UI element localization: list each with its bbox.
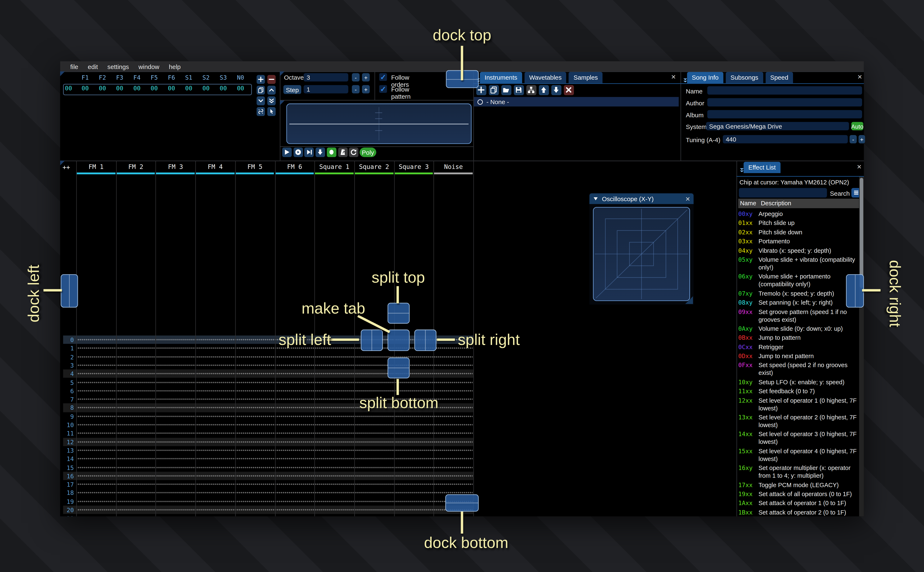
effect-row[interactable]: 16xySet operator multiplier (x: operator… xyxy=(738,464,859,480)
move-order-down-button[interactable] xyxy=(257,96,265,106)
effect-row[interactable]: 05xyVolume slide + vibrato (compatibilit… xyxy=(738,256,859,271)
channel-header-fm-4[interactable]: FM 4 xyxy=(207,163,223,170)
menu-item-edit[interactable]: edit xyxy=(83,63,103,70)
instrument-list-item[interactable]: - None - xyxy=(474,97,679,107)
tuning-decrease-button[interactable]: - xyxy=(849,135,857,143)
pattern-options-button[interactable]: ++ xyxy=(62,163,70,171)
author-input[interactable] xyxy=(707,98,862,106)
channel-header-square-2[interactable]: Square 2 xyxy=(359,163,389,170)
system-input[interactable]: Sega Genesis/Mega Drive xyxy=(706,122,849,130)
channel-header-fm-1[interactable]: FM 1 xyxy=(89,163,104,170)
add-order-button[interactable] xyxy=(257,75,265,84)
metronome-button[interactable] xyxy=(338,148,347,157)
delete-instrument-button[interactable] xyxy=(564,85,574,95)
effect-row[interactable]: 07xyTremolo (x: speed; y: depth) xyxy=(738,289,859,297)
close-icon[interactable]: ✕ xyxy=(857,74,862,80)
tab-effect-list[interactable]: Effect List xyxy=(744,162,781,173)
effect-row[interactable]: 15xxSet level of operator 4 (0 highest, … xyxy=(738,447,859,463)
order-change-mode-button[interactable] xyxy=(267,107,276,116)
order-cell[interactable]: 00 xyxy=(82,85,89,92)
duplicate-end-button[interactable] xyxy=(267,96,276,106)
order-cell[interactable]: 00 xyxy=(237,85,244,92)
poly-button[interactable]: Poly xyxy=(360,148,376,157)
name-input[interactable] xyxy=(707,86,862,95)
resize-grip[interactable] xyxy=(685,296,693,304)
step-decrease-button[interactable]: - xyxy=(352,85,360,93)
play-one-row-button[interactable] xyxy=(304,148,314,157)
effect-row[interactable]: 0FxxSet speed (speed 2 if no grooves exi… xyxy=(738,361,859,377)
effect-row[interactable]: 09xxSet groove pattern (speed 1 if no gr… xyxy=(738,308,859,323)
effect-row[interactable]: 1AxxSet attack of operator 1 (0 to 1F) xyxy=(738,499,859,507)
effect-row[interactable]: 19xxSet attack of all operators (0 to 1F… xyxy=(738,490,859,498)
menu-item-file[interactable]: file xyxy=(65,63,83,70)
step-increase-button[interactable]: + xyxy=(362,85,370,93)
effect-row[interactable]: 02xxPitch slide down xyxy=(738,228,859,236)
name-header[interactable]: Name xyxy=(740,200,756,206)
tab-instruments[interactable]: Instruments xyxy=(480,72,522,83)
effect-row[interactable]: 1BxxSet attack of operator 2 (0 to 1F) xyxy=(738,508,859,516)
channel-header-fm-2[interactable]: FM 2 xyxy=(128,163,143,170)
duplicate-instrument-button[interactable] xyxy=(489,85,499,95)
follow-orders-checkbox[interactable]: ✓ xyxy=(379,73,387,81)
order-cell[interactable]: 00 xyxy=(168,85,175,92)
octave-increase-button[interactable]: + xyxy=(362,73,370,82)
deep-clone-button[interactable] xyxy=(257,107,265,116)
tab-song-info[interactable]: Song Info xyxy=(687,72,723,83)
order-row-index[interactable]: 00 xyxy=(65,85,72,92)
play-from-beginning-button[interactable] xyxy=(293,148,303,157)
effect-row[interactable]: 06xyVolume slide + portamento (compatibi… xyxy=(738,273,859,288)
repeat-pattern-button[interactable] xyxy=(349,148,358,157)
channel-header-noise[interactable]: Noise xyxy=(444,163,463,170)
effect-row[interactable]: 0AxyVolume slide (0y: down; x0: up) xyxy=(738,325,859,333)
order-cell[interactable]: 00 xyxy=(151,85,158,92)
order-cell[interactable]: 00 xyxy=(203,85,209,92)
effect-table-header[interactable]: Name Description xyxy=(738,199,859,208)
order-cell[interactable]: 00 xyxy=(220,85,227,92)
effect-row[interactable]: 0CxxRetrigger xyxy=(738,343,859,351)
tab-subsongs[interactable]: Subsongs xyxy=(726,72,763,83)
auto-system-button[interactable]: Auto xyxy=(851,122,863,130)
scrollbar-track[interactable] xyxy=(859,177,864,516)
tab-speed[interactable]: Speed xyxy=(765,72,793,83)
radio-icon[interactable] xyxy=(477,99,483,104)
open-instrument-button[interactable] xyxy=(501,85,511,95)
remove-order-button[interactable] xyxy=(267,75,276,84)
tab-wavetables[interactable]: Wavetables xyxy=(524,72,566,83)
add-instrument-button[interactable] xyxy=(476,85,486,95)
orders-value-row[interactable]: 0000000000000000000000 xyxy=(60,85,251,93)
order-cell[interactable]: 00 xyxy=(99,85,106,92)
channel-header-square-1[interactable]: Square 1 xyxy=(319,163,349,170)
save-instrument-button[interactable] xyxy=(514,85,524,95)
step-button[interactable]: Step xyxy=(283,85,301,94)
album-input[interactable] xyxy=(707,110,862,118)
effect-row[interactable]: 13xxSet level of operator 2 (0 highest, … xyxy=(738,413,859,429)
effect-row[interactable]: 0BxxJump to pattern xyxy=(738,334,859,342)
order-cell[interactable]: 00 xyxy=(116,85,123,92)
effect-row[interactable]: 04xyVibrato (x: speed; y: depth) xyxy=(738,247,859,255)
channel-header-fm-3[interactable]: FM 3 xyxy=(168,163,183,170)
octave-decrease-button[interactable]: - xyxy=(352,73,360,82)
move-order-up-button[interactable] xyxy=(267,86,276,95)
move-instrument-up-button[interactable] xyxy=(539,85,549,95)
effect-row[interactable]: 08xySet panning (x: left; y: right) xyxy=(738,299,859,306)
effect-row[interactable]: 12xxSet level of operator 1 (0 highest, … xyxy=(738,396,859,412)
record-button[interactable] xyxy=(327,148,337,157)
duplicate-order-button[interactable] xyxy=(257,86,265,95)
close-icon[interactable]: ✕ xyxy=(671,74,676,80)
effect-row[interactable]: 01xxPitch slide up xyxy=(738,219,859,227)
effect-row[interactable]: 17xxToggle PCM mode (LEGACY) xyxy=(738,481,859,489)
collapse-triangle-icon[interactable] xyxy=(593,196,598,202)
move-instrument-down-button[interactable] xyxy=(552,85,561,95)
instrument-folders-button[interactable] xyxy=(526,85,536,95)
menu-item-window[interactable]: window xyxy=(134,63,164,70)
effect-row[interactable]: 00xyArpeggio xyxy=(738,210,859,218)
play-button[interactable] xyxy=(282,148,292,157)
channel-header-square-3[interactable]: Square 3 xyxy=(399,163,429,170)
tuning-increase-button[interactable]: + xyxy=(859,135,865,143)
order-cell[interactable]: 00 xyxy=(185,85,192,92)
menu-item-help[interactable]: help xyxy=(164,63,185,70)
step-row-button[interactable] xyxy=(316,148,325,157)
effect-row[interactable]: 11xxSet feedback (0 to 7) xyxy=(738,387,859,395)
tuning-input[interactable]: 440 xyxy=(723,135,848,143)
xy-titlebar[interactable]: Oscilloscope (X-Y) ✕ xyxy=(589,193,693,204)
